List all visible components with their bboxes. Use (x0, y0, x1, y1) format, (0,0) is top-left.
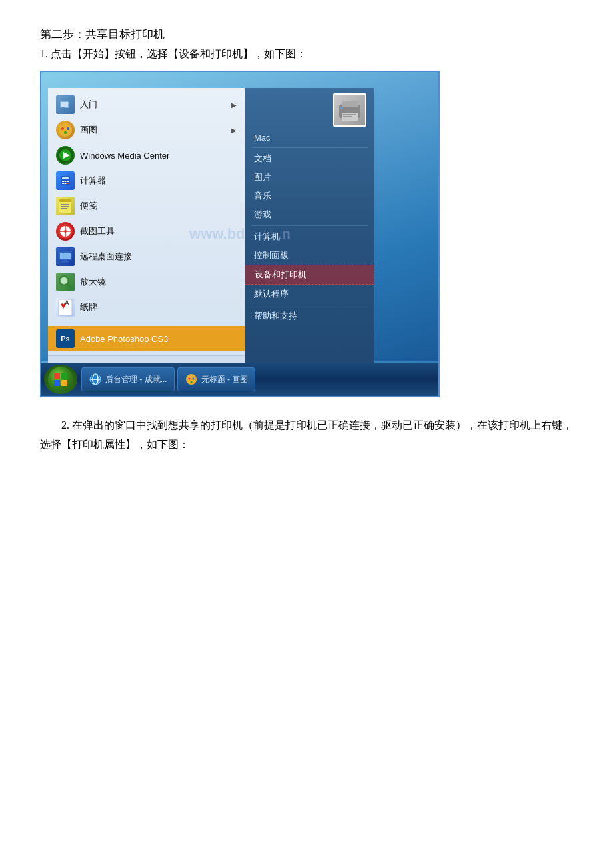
menu-item-paint[interactable]: 画图 ▶ (48, 117, 245, 143)
menu-item-ps[interactable]: Ps Adobe Photoshop CS3 (48, 326, 245, 351)
menu-label-paint: 画图 (80, 124, 97, 136)
svg-rect-12 (62, 177, 69, 179)
right-divider-2 (251, 225, 368, 226)
step2-text: 2. 在弹出的窗口中找到想共享的打印机（前提是打印机已正确连接，驱动已正确安装）… (40, 419, 573, 450)
left-panel: 入门 ▶ 画图 ▶ (48, 88, 245, 397)
start-menu-inner: 入门 ▶ 画图 ▶ (48, 88, 374, 397)
svg-rect-22 (61, 206, 69, 207)
right-divider-3 (251, 305, 368, 305)
svg-rect-48 (61, 380, 67, 386)
right-divider-1 (251, 147, 368, 148)
svg-text:A: A (65, 299, 69, 307)
svg-rect-18 (67, 183, 69, 184)
right-label-default: 默认程序 (254, 288, 289, 300)
ie-icon (89, 373, 102, 386)
svg-rect-21 (61, 204, 69, 205)
svg-point-54 (188, 378, 190, 380)
taskbar-label-paint: 无标题 - 画图 (201, 374, 249, 385)
calc-icon (56, 171, 75, 190)
menu-item-rdp[interactable]: 远程桌面连接 (48, 244, 245, 269)
menu-item-mag[interactable]: 放大镜 (48, 269, 245, 295)
right-label-computer: 计算机 (254, 231, 280, 243)
right-menu-controlpanel[interactable]: 控制面板 (245, 246, 374, 265)
solitaire-icon: ♥A (56, 298, 75, 317)
svg-rect-2 (61, 107, 65, 109)
menu-label-ps: Adobe Photoshop CS3 (80, 334, 168, 344)
svg-rect-15 (67, 181, 69, 182)
taskbar: 后台管理 - 成就... 无标题 - 画图 (41, 363, 438, 396)
right-label-games: 游戏 (254, 209, 271, 221)
svg-rect-46 (61, 373, 67, 379)
right-menu-default[interactable]: 默认程序 (245, 285, 374, 303)
right-menu-music[interactable]: 音乐 (245, 187, 374, 205)
svg-point-34 (61, 277, 67, 284)
menu-item-wmc[interactable]: Windows Media Center (48, 143, 245, 168)
svg-rect-13 (62, 181, 64, 182)
right-menu-docs[interactable]: 文档 (245, 149, 374, 168)
svg-point-28 (64, 230, 67, 233)
rdp-icon (56, 247, 75, 266)
start-orb (48, 367, 73, 392)
start-button[interactable] (44, 365, 77, 394)
menu-item-notepad[interactable]: 便笺 (48, 193, 245, 219)
step1-desc: 1. 点击【开始】按钮，选择【设备和打印机】，如下图： (40, 47, 573, 61)
ps-icon: Ps (56, 329, 75, 348)
menu-label-intro: 入门 (80, 99, 97, 111)
screenshot: www.bd .n 入门 ▶ (40, 71, 440, 397)
svg-point-56 (190, 381, 192, 383)
svg-rect-43 (343, 116, 352, 117)
right-label-mac: Mac (254, 133, 271, 143)
right-menu-pictures[interactable]: 图片 (245, 168, 374, 187)
svg-point-3 (59, 123, 72, 137)
paint-task-icon (185, 373, 198, 386)
right-label-pictures: 图片 (254, 171, 271, 183)
right-menu-computer[interactable]: 计算机 (245, 227, 374, 246)
right-label-music: 音乐 (254, 190, 271, 202)
svg-point-55 (192, 378, 194, 380)
svg-point-6 (64, 131, 67, 134)
svg-rect-23 (61, 208, 67, 209)
right-label-controlpanel: 控制面板 (254, 249, 289, 261)
right-label-docs: 文档 (254, 153, 271, 165)
svg-rect-1 (61, 102, 68, 107)
menu-item-solitaire[interactable]: ♥A 纸牌 (48, 295, 245, 320)
svg-point-53 (186, 374, 197, 385)
svg-rect-14 (65, 181, 67, 182)
svg-point-4 (61, 127, 64, 130)
svg-rect-16 (62, 183, 64, 184)
wmc-icon (56, 146, 75, 165)
svg-line-35 (67, 284, 71, 288)
right-label-devicesprint: 设备和打印机 (255, 269, 306, 281)
step-title: 第二步：共享目标打印机 (40, 27, 573, 42)
menu-label-calc: 计算器 (80, 175, 106, 187)
svg-rect-45 (54, 373, 60, 379)
page-content: 第二步：共享目标打印机 1. 点击【开始】按钮，选择【设备和打印机】，如下图： … (0, 0, 613, 481)
svg-rect-44 (340, 107, 342, 109)
taskbar-item-backend[interactable]: 后台管理 - 成就... (81, 367, 175, 391)
svg-rect-42 (343, 114, 356, 115)
svg-rect-30 (60, 253, 71, 259)
intro-icon (56, 95, 75, 114)
right-menu-mac[interactable]: Mac (245, 129, 374, 146)
menu-label-snip: 截图工具 (80, 225, 115, 237)
menu-label-notepad: 便笺 (80, 200, 97, 212)
menu-label-mag: 放大镜 (80, 276, 106, 288)
menu-label-wmc: Windows Media Center (80, 151, 169, 161)
paint-icon (56, 121, 75, 139)
snip-icon (56, 222, 75, 241)
taskbar-item-paint[interactable]: 无标题 - 画图 (177, 367, 256, 391)
right-menu-games[interactable]: 游戏 (245, 205, 374, 224)
right-menu-help[interactable]: 帮助和支持 (245, 307, 374, 325)
user-avatar-area (245, 88, 374, 129)
right-menu-devicesprint[interactable]: 设备和打印机 (245, 265, 374, 285)
menu-item-snip[interactable]: 截图工具 (48, 219, 245, 244)
menu-label-solitaire: 纸牌 (80, 301, 97, 313)
svg-rect-20 (59, 199, 71, 202)
taskbar-label-backend: 后台管理 - 成就... (105, 374, 167, 385)
right-panel: Mac 文档 图片 音乐 (245, 88, 374, 397)
menu-label-rdp: 远程桌面连接 (80, 251, 132, 263)
step2-para: 2. 在弹出的窗口中找到想共享的打印机（前提是打印机已正确连接，驱动已正确安装）… (40, 416, 573, 455)
menu-item-intro[interactable]: 入门 ▶ (48, 92, 245, 117)
svg-point-7 (62, 131, 64, 133)
menu-item-calc[interactable]: 计算器 (48, 168, 245, 193)
